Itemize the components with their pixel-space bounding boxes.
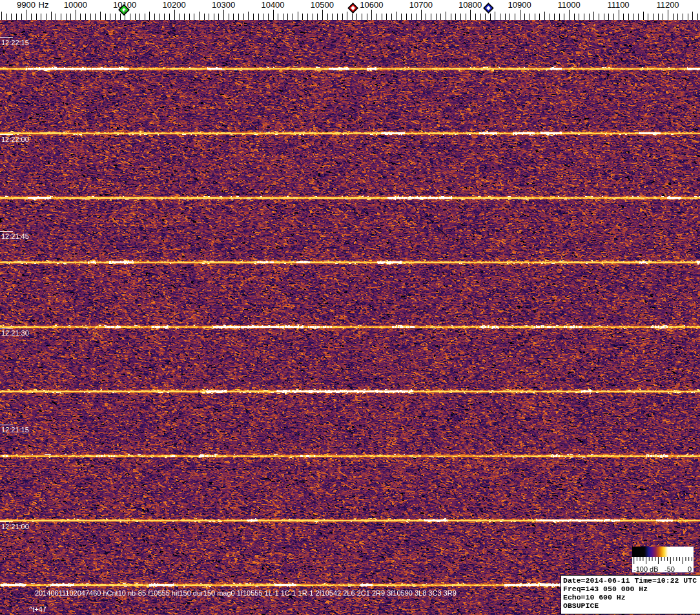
svg-text:10300: 10300 [212,0,235,10]
svg-text:9900: 9900 [17,0,36,10]
svg-text:10800: 10800 [458,0,482,10]
svg-text:11200: 11200 [656,0,679,10]
svg-text:10000: 10000 [64,0,87,10]
svg-text:10700: 10700 [409,0,433,10]
svg-text:10900: 10900 [508,0,531,10]
svg-text:11000: 11000 [558,0,581,10]
svg-text:11100: 11100 [607,0,629,10]
svg-text:10400: 10400 [261,0,284,10]
svg-text:10200: 10200 [163,0,186,10]
svg-text:Hz: Hz [39,0,49,10]
svg-text:10600: 10600 [360,0,383,10]
svg-text:10500: 10500 [311,0,334,10]
